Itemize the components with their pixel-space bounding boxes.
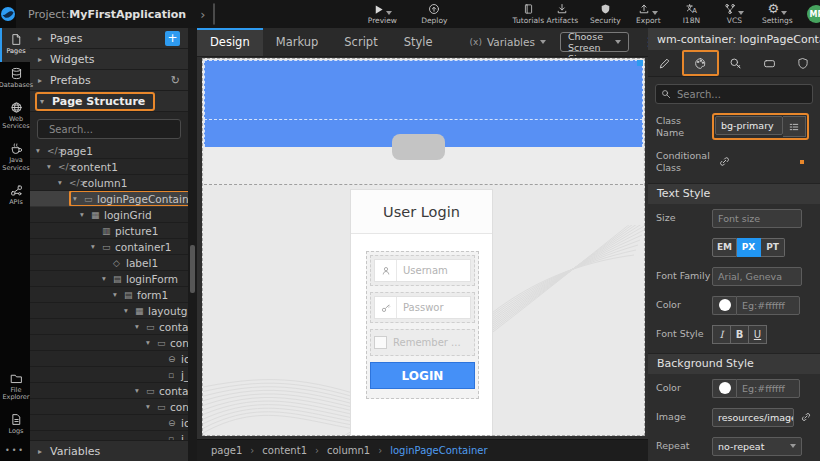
tab-styles[interactable] <box>682 50 720 76</box>
section-widgets[interactable]: ▸ Widgets <box>30 49 188 70</box>
header-blue-band[interactable] <box>204 60 643 120</box>
tab-script[interactable]: Script <box>331 28 390 56</box>
class-name-input[interactable]: bg-primary <box>715 116 783 135</box>
tree-item-label1[interactable]: ◇label1 <box>30 255 188 271</box>
breadcrumb-item-loginPageContainer[interactable]: loginPageContainer <box>390 445 487 456</box>
rail-item-file-explorer[interactable]: File Explorer <box>0 367 30 409</box>
collapse-arrow-icon[interactable]: ▾ <box>80 210 91 219</box>
vcs-button[interactable]: VCS <box>717 0 751 28</box>
tab-properties[interactable] <box>648 50 682 76</box>
tree-item-j_us[interactable]: ▫j_us <box>30 367 188 383</box>
i18n-button[interactable]: A I18N <box>674 0 708 28</box>
section-page-structure[interactable]: ▾ Page Structure <box>30 91 188 112</box>
tree-item-picture1[interactable]: ▥picture1 <box>30 223 188 239</box>
unit-px-button[interactable]: PX <box>737 238 761 257</box>
tree-item-column1[interactable]: ▾</>column1 <box>30 175 188 191</box>
properties-search[interactable] <box>655 84 813 104</box>
color-swatch-button[interactable] <box>712 296 736 315</box>
tree-item-form1[interactable]: ▾▤form1 <box>30 287 188 303</box>
section-variables[interactable]: ▸ Variables <box>30 440 188 461</box>
rail-item-databases[interactable]: Databases <box>0 62 30 96</box>
breadcrumb-item-content1[interactable]: content1 <box>262 445 307 456</box>
tutorials-button[interactable]: Tutorials <box>511 0 545 28</box>
screen-size-select[interactable]: -- Choose Screen Size -- <box>560 32 629 52</box>
collapse-arrow-icon[interactable]: ▾ <box>113 290 124 299</box>
left-panel-scrollbar[interactable] <box>188 28 197 461</box>
tab-security[interactable] <box>786 50 820 76</box>
bg-color-swatch-button[interactable] <box>712 379 736 398</box>
security-button[interactable]: Security <box>588 0 622 28</box>
class-list-button[interactable] <box>783 116 806 137</box>
deploy-button[interactable]: Deploy <box>417 0 451 28</box>
collapse-arrow-icon[interactable]: ▾ <box>102 274 113 283</box>
collapse-arrow-icon[interactable]: ▾ <box>146 338 157 347</box>
collapse-arrow-icon[interactable]: ▾ <box>135 386 146 395</box>
rail-item-java-services[interactable]: Java Services <box>0 137 30 179</box>
remember-me-row[interactable]: Remember ... <box>370 329 475 356</box>
tree-item-con[interactable]: ▾▭con <box>30 335 188 351</box>
username-input[interactable]: Usernam <box>374 259 471 282</box>
artifacts-button[interactable]: Artifacts <box>545 0 579 28</box>
tree-item-ico[interactable]: ⊖ico <box>30 351 188 367</box>
page-tab-login[interactable]: Login <box>213 3 215 25</box>
export-button[interactable]: Export <box>631 0 665 28</box>
collapse-arrow-icon[interactable]: ▾ <box>146 402 157 411</box>
tree-item-container1[interactable]: ▾▭container1 <box>30 239 188 255</box>
collapse-arrow-icon[interactable]: ▾ <box>91 242 102 251</box>
tree-item-page1[interactable]: ▾</>page1 <box>30 143 188 159</box>
bold-button[interactable]: B <box>731 325 749 344</box>
login-button[interactable]: LOGIN <box>370 362 475 389</box>
preview-button[interactable]: Preview <box>365 0 399 28</box>
page-canvas[interactable]: User Login Usernam <box>202 58 645 436</box>
structure-search[interactable] <box>37 119 181 139</box>
breadcrumb-item-page1[interactable]: page1 <box>211 445 242 456</box>
rail-item-pages[interactable]: Pages <box>0 28 30 62</box>
remember-checkbox[interactable] <box>374 336 387 349</box>
password-field-row[interactable]: Passwor <box>370 292 475 323</box>
tree-item-layoutgrid2[interactable]: ▾▦layoutgrid2 <box>30 303 188 319</box>
refresh-icon[interactable]: ↻ <box>171 74 180 87</box>
underline-button[interactable]: U <box>749 325 767 344</box>
login-form[interactable]: Usernam Passwor Remember ... <box>366 251 479 399</box>
tree-item-content1[interactable]: ▾</>content1 <box>30 159 188 175</box>
tree-item-loginForm[interactable]: ▾▤loginForm <box>30 271 188 287</box>
tree-item-ico[interactable]: ⊖ico <box>30 415 188 431</box>
structure-search-input[interactable] <box>47 123 176 136</box>
tab-markup[interactable]: Markup <box>263 28 332 56</box>
bg-color-input[interactable]: Eg:#ffffff <box>736 379 800 398</box>
collapse-arrow-icon[interactable]: ▾ <box>58 178 69 187</box>
section-prefabs[interactable]: ▸ Prefabs ↻ <box>30 70 188 91</box>
user-avatar[interactable]: MP <box>807 5 820 23</box>
unit-em-button[interactable]: EM <box>712 238 737 257</box>
add-page-button[interactable]: + <box>165 31 180 46</box>
section-pages[interactable]: ▸ Pages + <box>30 28 188 49</box>
tree-item-loginGrid[interactable]: ▾▦loginGrid <box>30 207 188 223</box>
tab-design[interactable]: Design <box>197 28 263 56</box>
settings-button[interactable]: ⚙ Settings <box>760 0 794 28</box>
login-card[interactable]: User Login Usernam <box>350 189 493 435</box>
collapse-arrow-icon[interactable]: ▾ <box>73 194 84 203</box>
bind-link-icon[interactable] <box>718 155 731 168</box>
rail-item-apis[interactable]: APIs <box>0 179 30 213</box>
tab-style[interactable]: Style <box>391 28 446 56</box>
rail-item-logs[interactable]: Logs <box>0 408 30 442</box>
tree-item-containe[interactable]: ▾▭containe <box>30 383 188 399</box>
collapse-arrow-icon[interactable]: ▾ <box>124 306 135 315</box>
collapse-arrow-icon[interactable]: ▾ <box>47 162 58 171</box>
wavemaker-logo[interactable] <box>0 0 16 28</box>
variables-dropdown[interactable]: (x) Variables <box>470 36 546 48</box>
font-size-input[interactable]: Font size <box>712 209 802 228</box>
italic-button[interactable]: I <box>712 325 731 344</box>
tab-devices[interactable] <box>753 50 787 76</box>
text-color-input[interactable]: Eg:#ffffff <box>736 296 800 315</box>
tree-item-containe[interactable]: ▾▭containe <box>30 319 188 335</box>
username-field-row[interactable]: Usernam <box>370 255 475 286</box>
tree-item-loginPageContainer[interactable]: ▾▭loginPageContainer <box>30 191 188 207</box>
collapse-arrow-icon[interactable]: ▾ <box>36 146 47 155</box>
rail-item-web-services[interactable]: Web Services <box>0 96 30 138</box>
tab-events[interactable] <box>719 50 753 76</box>
breadcrumb-item-column1[interactable]: column1 <box>327 445 370 456</box>
scrollbar-thumb[interactable] <box>190 245 195 293</box>
bg-image-input[interactable]: resources/images/im <box>712 408 794 427</box>
font-family-input[interactable]: Arial, Geneva <box>712 267 802 286</box>
